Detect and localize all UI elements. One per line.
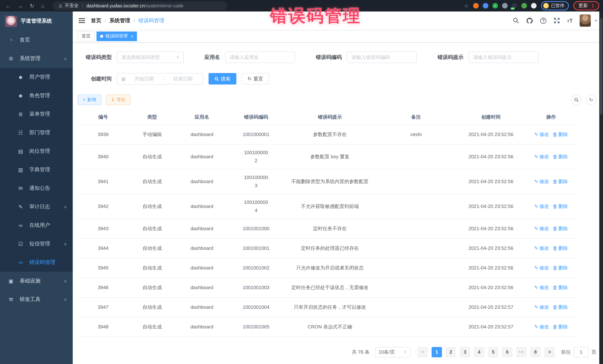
- breadcrumb-system[interactable]: 系统管理: [109, 17, 130, 24]
- user-avatar[interactable]: [580, 14, 591, 27]
- chevron-down-icon: ∨: [64, 297, 67, 302]
- tag-home[interactable]: 首页: [78, 31, 94, 41]
- edit-row-button[interactable]: ✎修改: [534, 284, 549, 291]
- sidebar-item-label: 首页: [20, 37, 67, 43]
- error-type-select[interactable]: 请选择错误码类型 ∨: [117, 52, 184, 63]
- delete-row-button[interactable]: 删除: [553, 265, 568, 271]
- sidebar-item-menu[interactable]: ≣菜单管理: [0, 105, 73, 123]
- extension-blue-gem-icon[interactable]: [483, 3, 488, 9]
- extension-puzzle-icon[interactable]: [531, 3, 537, 9]
- browser-back-icon[interactable]: ←: [5, 3, 11, 9]
- error-code-input[interactable]: 请输入错误码编码: [347, 52, 417, 63]
- sidebar-item-dept[interactable]: ☷部门管理: [0, 123, 73, 142]
- delete-row-button[interactable]: 删除: [553, 304, 568, 310]
- extension-orange-icon[interactable]: [473, 3, 479, 9]
- edit-row-button[interactable]: ✎修改: [534, 153, 549, 160]
- page-button-4[interactable]: 4: [474, 347, 484, 357]
- show-search-toggle-button[interactable]: [571, 95, 581, 105]
- delete-row-button[interactable]: 删除: [553, 225, 568, 232]
- delete-row-button[interactable]: 删除: [553, 245, 568, 252]
- browser-home-icon[interactable]: ⌂: [41, 3, 44, 9]
- edit-row-button[interactable]: ✎修改: [534, 265, 549, 271]
- search-icon[interactable]: [513, 17, 519, 24]
- refresh-table-button[interactable]: ↻: [586, 95, 596, 105]
- tag-error-code[interactable]: 错误码管理 ×: [96, 31, 137, 41]
- post-icon: ▤: [17, 148, 24, 154]
- page-ellipsis[interactable]: ···: [516, 347, 527, 357]
- prev-page-button[interactable]: <: [417, 347, 428, 357]
- close-tag-icon[interactable]: ×: [131, 33, 133, 39]
- sidebar-item-dict[interactable]: ▥字典管理: [0, 161, 73, 179]
- delete-row-button[interactable]: 删除: [553, 284, 568, 291]
- browser-forward-icon[interactable]: →: [17, 3, 23, 9]
- help-icon[interactable]: [540, 17, 547, 24]
- delete-row-button[interactable]: 删除: [553, 203, 568, 210]
- sidebar-item-gear[interactable]: ⚙系统管理∧: [0, 49, 73, 68]
- fullscreen-icon[interactable]: [554, 17, 560, 24]
- next-page-button[interactable]: >: [544, 347, 555, 357]
- window-scrollbar[interactable]: [599, 11, 603, 364]
- paused-extension-badge[interactable]: 已暂停: [541, 1, 569, 10]
- breadcrumb-home[interactable]: 首页: [91, 17, 101, 24]
- sidebar-item-dashboard[interactable]: ◔首页: [0, 31, 73, 49]
- avatar-dropdown-caret-icon[interactable]: ▾: [595, 18, 597, 23]
- error-msg-input[interactable]: 请输入错误码提示: [469, 52, 538, 63]
- font-size-icon[interactable]: TT: [567, 17, 573, 24]
- edit-row-button[interactable]: ✎修改: [534, 203, 549, 210]
- sidebar-item-sms[interactable]: ☑短信管理∨: [0, 235, 73, 253]
- sidebar-item-devtools[interactable]: ⚒研发工具∨: [0, 290, 73, 309]
- sidebar-item-role[interactable]: ☻角色管理: [0, 86, 73, 105]
- sidebar-item-user[interactable]: ☻用户管理: [0, 68, 73, 86]
- extension-grid-icon[interactable]: [502, 3, 508, 9]
- goto-page-input[interactable]: 1: [574, 347, 589, 357]
- pencil-icon: ✎: [534, 304, 538, 310]
- sidebar-item-online-user[interactable]: ∞在线用户: [0, 216, 73, 235]
- edit-row-button[interactable]: ✎修改: [534, 323, 549, 330]
- collapse-sidebar-icon[interactable]: [79, 18, 85, 23]
- edit-row-button[interactable]: ✎修改: [534, 304, 549, 310]
- extension-green-check-icon[interactable]: ✓: [492, 3, 498, 9]
- sidebar-item-error-code[interactable]: </>错误码管理: [0, 253, 73, 272]
- edit-row-button[interactable]: ✎修改: [534, 225, 549, 232]
- page-button-2[interactable]: 2: [446, 347, 456, 357]
- sidebar-item-label: 字典管理: [29, 166, 67, 173]
- page-button-6[interactable]: 6: [502, 347, 512, 357]
- extension-switch-icon[interactable]: on: [512, 3, 517, 9]
- browser-menu-icon[interactable]: ⋮: [590, 3, 596, 9]
- search-button[interactable]: 搜索: [209, 73, 236, 85]
- create-time-range-picker[interactable]: ▦ 开始日期 - 结束日期: [117, 73, 203, 85]
- edit-row-button[interactable]: ✎修改: [534, 178, 549, 185]
- browser-reload-icon[interactable]: ↻: [30, 2, 34, 9]
- scrollbar-thumb[interactable]: [600, 18, 602, 115]
- page-button-1[interactable]: 1: [431, 347, 442, 357]
- bookmark-star-icon[interactable]: ☆: [464, 3, 469, 9]
- page-button-5[interactable]: 5: [488, 347, 498, 357]
- tags-view-bar: 首页 错误码管理 ×: [73, 30, 603, 43]
- app-logo-row[interactable]: 芋道管理系统: [0, 11, 73, 31]
- github-icon[interactable]: [526, 17, 533, 24]
- add-button[interactable]: + 新增: [78, 95, 101, 105]
- page-button-3[interactable]: 3: [460, 347, 470, 357]
- reset-button[interactable]: ↻ 重置: [242, 73, 269, 85]
- url-divider: [82, 3, 83, 8]
- sidebar-item-audit-log[interactable]: ✎审计日志∨: [0, 198, 73, 216]
- page-button-8[interactable]: 8: [530, 347, 541, 357]
- export-button[interactable]: ↧ 导出: [106, 95, 131, 105]
- security-label[interactable]: 不安全: [65, 3, 79, 9]
- edit-row-button[interactable]: ✎修改: [534, 245, 549, 252]
- extension-key-icon[interactable]: [521, 3, 527, 9]
- sidebar-item-post[interactable]: ▤岗位管理: [0, 142, 73, 161]
- browser-update-button[interactable]: 更新 ⋮: [573, 1, 599, 10]
- delete-row-button[interactable]: 删除: [553, 178, 568, 185]
- delete-row-button[interactable]: 删除: [553, 153, 568, 160]
- page-size-select[interactable]: 10条/页 ∨: [375, 347, 410, 357]
- edit-row-button[interactable]: ✎修改: [534, 131, 549, 138]
- sidebar-item-infra[interactable]: ▣基础设施∨: [0, 272, 73, 290]
- breadcrumb: 首页 / 系统管理 / 错误码管理: [91, 17, 164, 24]
- delete-row-button[interactable]: 删除: [553, 131, 568, 138]
- delete-row-button[interactable]: 删除: [553, 323, 568, 330]
- address-bar[interactable]: ⚠ 不安全 dashboard.yudao.iocoder.cn /system…: [53, 1, 227, 10]
- sidebar-item-notice[interactable]: ✉通知公告: [0, 179, 73, 198]
- filter-msg-label: 错误码提示: [438, 54, 464, 61]
- app-name-input[interactable]: 请输入应用名: [225, 52, 295, 63]
